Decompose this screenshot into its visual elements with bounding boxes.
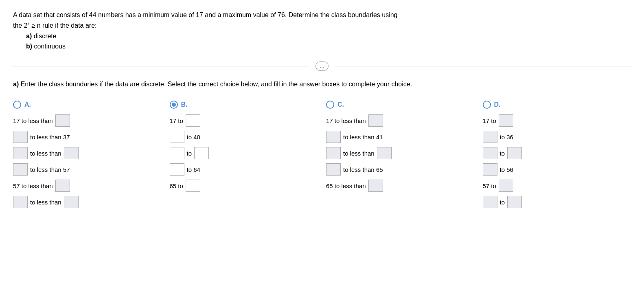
choice-b-radio-inner bbox=[172, 103, 176, 107]
choice-c-col: C. 17 to less than to less than 41 to le… bbox=[318, 101, 475, 196]
choice-a-row6: to less than bbox=[13, 196, 153, 208]
choice-a-r6-text: to less than bbox=[30, 199, 61, 206]
choice-c-r3-box1[interactable] bbox=[326, 147, 341, 159]
divider-dots[interactable]: ... bbox=[315, 61, 329, 71]
choice-b-label: B. bbox=[181, 101, 188, 108]
part-a-instruction: a) Enter the class boundaries if the dat… bbox=[13, 79, 624, 90]
choice-c-r1-text: 17 to less than bbox=[326, 117, 366, 124]
choice-c-r4-text: to less than 65 bbox=[343, 166, 383, 173]
choice-d-r3-box1[interactable] bbox=[483, 147, 497, 159]
problem-line2-pre: the 2 bbox=[13, 22, 28, 29]
choice-d-r4-box[interactable] bbox=[483, 163, 497, 176]
choice-d-r1-box[interactable] bbox=[499, 114, 513, 127]
choice-b-r5-box[interactable] bbox=[186, 180, 200, 192]
choice-a-r2-box[interactable] bbox=[13, 131, 28, 143]
part-b-line: b) continuous bbox=[26, 41, 624, 52]
choice-a-r6-box1[interactable] bbox=[13, 196, 28, 208]
divider-left bbox=[13, 66, 309, 66]
choice-c-label: C. bbox=[337, 101, 344, 108]
choice-d-r5-box[interactable] bbox=[499, 180, 513, 192]
choice-b-r2-box[interactable] bbox=[170, 131, 184, 143]
choice-d-r6-box1[interactable] bbox=[483, 196, 497, 208]
choice-a-col: A. 17 to less than to less than 37 to le… bbox=[13, 101, 162, 212]
choice-c-r4-box[interactable] bbox=[326, 163, 341, 176]
choice-b-r4-text: to 64 bbox=[187, 166, 200, 173]
choice-a-row5: 57 to less than bbox=[13, 180, 153, 192]
choice-c-row5: 65 to less than bbox=[326, 180, 467, 192]
choice-d-r6-box2[interactable] bbox=[507, 196, 522, 208]
part-a-line: a) discrete bbox=[26, 31, 624, 42]
choice-d-r2-text: to 36 bbox=[500, 134, 513, 141]
choice-a-r1-text: 17 to less than bbox=[13, 117, 53, 124]
choice-d-r6-text: to bbox=[500, 199, 505, 206]
choice-b-row5: 65 to bbox=[170, 180, 310, 192]
choice-c-header[interactable]: C. bbox=[326, 101, 467, 109]
choice-c-r3-text: to less than bbox=[343, 150, 375, 157]
choices-row: A. 17 to less than to less than 37 to le… bbox=[13, 101, 631, 212]
choice-d-row6: to bbox=[483, 196, 623, 208]
choice-b-col: B. 17 to to 40 to to 64 65 to bbox=[162, 101, 318, 196]
choice-d-r5-text: 57 to bbox=[483, 182, 496, 189]
choice-d-radio[interactable] bbox=[483, 101, 491, 109]
choice-c-r5-text: 65 to less than bbox=[326, 182, 366, 189]
choice-a-r3-box2[interactable] bbox=[64, 147, 79, 159]
choice-d-r4-text: to 56 bbox=[500, 166, 513, 173]
choice-c-row2: to less than 41 bbox=[326, 131, 467, 143]
divider-right bbox=[335, 66, 631, 66]
part-a-bold: a) bbox=[26, 33, 32, 40]
choice-b-r3-text: to bbox=[187, 150, 192, 157]
choice-b-r3-box1[interactable] bbox=[170, 147, 184, 159]
choice-d-row5: 57 to bbox=[483, 180, 623, 192]
choice-d-row1: 17 to bbox=[483, 114, 623, 127]
problem-line2: the 2k ≥ n rule if the data are: bbox=[13, 20, 624, 31]
choice-a-r4-box[interactable] bbox=[13, 163, 28, 176]
part-b-bold: b) bbox=[26, 43, 32, 50]
choice-d-row2: to 36 bbox=[483, 131, 623, 143]
choice-b-r4-box[interactable] bbox=[170, 163, 184, 176]
choice-b-r3-box2[interactable] bbox=[194, 147, 209, 159]
choice-a-r6-box2[interactable] bbox=[64, 196, 79, 208]
problem-text: A data set that consists of 44 numbers h… bbox=[13, 10, 624, 52]
choice-c-radio[interactable] bbox=[326, 101, 334, 109]
choice-b-header[interactable]: B. bbox=[170, 101, 310, 109]
choice-c-r3-box2[interactable] bbox=[377, 147, 392, 159]
choice-a-header[interactable]: A. bbox=[13, 101, 153, 109]
choice-b-row3: to bbox=[170, 147, 310, 159]
problem-line2-post: ≥ n rule if the data are: bbox=[30, 22, 96, 29]
choice-b-row2: to 40 bbox=[170, 131, 310, 143]
choice-a-r1-box[interactable] bbox=[55, 114, 70, 127]
choice-b-r5-text: 65 to bbox=[170, 182, 183, 189]
choice-b-r1-text: 17 to bbox=[170, 117, 183, 124]
choice-a-row2: to less than 37 bbox=[13, 131, 153, 143]
choice-a-r5-box[interactable] bbox=[55, 180, 70, 192]
choice-c-r5-box[interactable] bbox=[368, 180, 383, 192]
part-a-text: discrete bbox=[34, 33, 57, 40]
choice-d-col: D. 17 to to 36 to to 56 57 to bbox=[475, 101, 631, 212]
choice-d-r3-text: to bbox=[500, 150, 505, 157]
choice-d-row4: to 56 bbox=[483, 163, 623, 176]
choice-d-row3: to bbox=[483, 147, 623, 159]
choice-c-r1-box[interactable] bbox=[368, 114, 383, 127]
choice-a-r3-text: to less than bbox=[30, 150, 61, 157]
choice-d-r1-text: 17 to bbox=[483, 117, 496, 124]
choice-b-r2-text: to 40 bbox=[187, 134, 200, 141]
choice-a-r5-text: 57 to less than bbox=[13, 182, 53, 189]
choice-a-radio[interactable] bbox=[13, 101, 21, 109]
choice-a-r3-box1[interactable] bbox=[13, 147, 28, 159]
choice-b-r1-box[interactable] bbox=[186, 114, 200, 127]
instruction-text: Enter the class boundaries if the data a… bbox=[19, 81, 412, 88]
choice-b-radio[interactable] bbox=[170, 101, 178, 109]
choice-c-r2-text: to less than 41 bbox=[343, 134, 383, 141]
choice-d-label: D. bbox=[494, 101, 501, 108]
choice-a-r2-text: to less than 37 bbox=[30, 134, 70, 141]
choice-b-row1: 17 to bbox=[170, 114, 310, 127]
choice-c-r2-box[interactable] bbox=[326, 131, 341, 143]
choice-c-row4: to less than 65 bbox=[326, 163, 467, 176]
choice-d-header[interactable]: D. bbox=[483, 101, 623, 109]
choice-d-r3-box2[interactable] bbox=[507, 147, 522, 159]
choice-c-row1: 17 to less than bbox=[326, 114, 467, 127]
part-b-text: continuous bbox=[34, 43, 66, 50]
divider-row: ... bbox=[13, 61, 631, 71]
choice-d-r2-box[interactable] bbox=[483, 131, 497, 143]
instruction-bold: a) bbox=[13, 81, 19, 88]
